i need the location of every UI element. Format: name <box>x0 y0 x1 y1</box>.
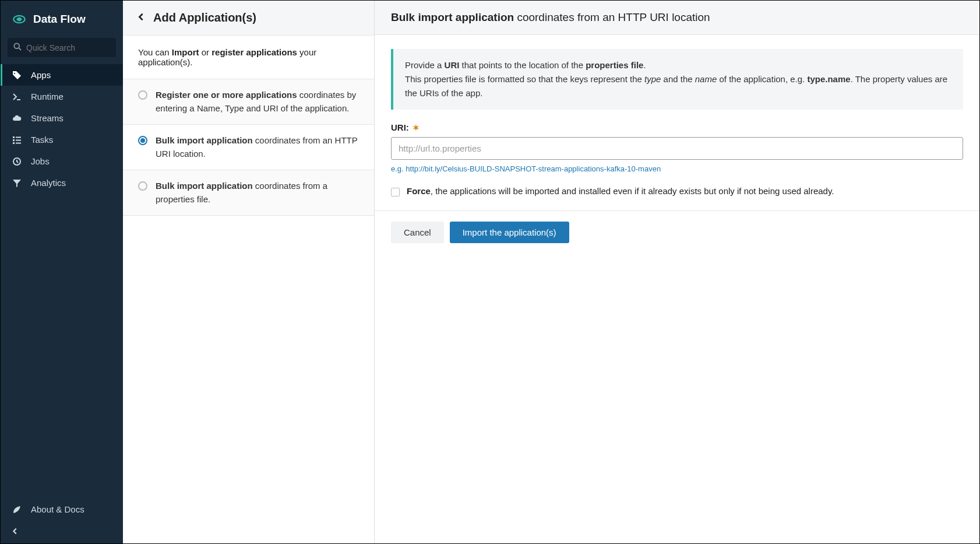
back-button[interactable] <box>137 12 145 24</box>
t: properties file <box>586 60 643 70</box>
option-register-apps[interactable]: Register one or more applications coordi… <box>123 79 374 125</box>
option-bold: Bulk import application <box>156 135 253 145</box>
sidebar: Data Flow Apps Runtime Streams Tasks Job… <box>1 1 123 543</box>
info-box: Provide a URI that points to the locatio… <box>391 49 963 110</box>
radio-list: Register one or more applications coordi… <box>123 79 374 216</box>
nav-item-runtime[interactable]: Runtime <box>1 86 123 107</box>
footer-label: About & Docs <box>31 504 84 514</box>
option-text: Bulk import application coordinates from… <box>156 180 359 206</box>
required-star-icon: ✶ <box>413 123 420 132</box>
force-checkbox[interactable] <box>391 188 400 196</box>
prompt-icon <box>11 92 23 101</box>
t: name <box>695 74 717 84</box>
nav-item-streams[interactable]: Streams <box>1 107 123 129</box>
left-header: Add Application(s) <box>123 1 374 36</box>
nav-item-apps[interactable]: Apps <box>1 64 123 86</box>
svg-line-2 <box>19 48 21 50</box>
right-header-bold: Bulk import application <box>391 11 514 23</box>
nav-item-jobs[interactable]: Jobs <box>1 150 123 172</box>
svg-point-1 <box>14 43 19 48</box>
t: that points to the location of the <box>459 60 586 70</box>
hint-prefix: e.g. <box>391 164 406 173</box>
uri-label: URI: ✶ <box>391 122 963 132</box>
list-icon <box>11 135 23 145</box>
option-text: Register one or more applications coordi… <box>156 89 359 115</box>
force-row: Force, the applications will be imported… <box>391 186 963 196</box>
nav-label: Apps <box>31 70 51 80</box>
left-title: Add Application(s) <box>153 11 256 24</box>
intro-part: or <box>199 47 212 57</box>
svg-rect-6 <box>13 139 15 141</box>
uri-label-text: URI: <box>391 122 409 132</box>
right-content: Provide a URI that points to the locatio… <box>375 35 979 210</box>
t: This properties file is formatted so tha… <box>405 74 644 84</box>
intro-part: You can <box>138 47 172 57</box>
uri-input[interactable] <box>391 137 963 160</box>
app-title: Data Flow <box>33 13 86 26</box>
t: URI <box>445 60 460 70</box>
option-text: Bulk import application coordinates from… <box>156 134 359 160</box>
radio-icon <box>138 181 147 191</box>
t: and the <box>661 74 695 84</box>
force-text: Force, the applications will be imported… <box>407 186 834 196</box>
filter-icon <box>11 178 23 188</box>
nav-item-analytics[interactable]: Analytics <box>1 172 123 194</box>
option-bold: Bulk import application <box>156 181 253 191</box>
info-line-1: Provide a URI that points to the locatio… <box>405 58 951 72</box>
hint-link[interactable]: http://bit.ly/Celsius-BUILD-SNAPSHOT-str… <box>406 164 661 173</box>
search-input[interactable] <box>26 43 110 52</box>
uri-hint: e.g. http://bit.ly/Celsius-BUILD-SNAPSHO… <box>391 164 963 173</box>
t: type.name <box>807 74 850 84</box>
svg-rect-8 <box>13 142 15 144</box>
option-bold: Register one or more applications <box>156 90 297 100</box>
radio-icon <box>138 90 147 100</box>
leaf-icon <box>11 505 23 514</box>
sidebar-header: Data Flow <box>1 1 123 34</box>
search-icon <box>13 43 22 52</box>
force-bold: Force <box>407 186 431 196</box>
right-header-rest: coordinates from an HTTP URI location <box>514 11 710 23</box>
svg-rect-9 <box>16 142 21 143</box>
nav-item-tasks[interactable]: Tasks <box>1 129 123 150</box>
svg-rect-4 <box>13 136 15 138</box>
info-line-2: This properties file is formatted so tha… <box>405 72 951 100</box>
force-rest: , the applications will be imported and … <box>431 186 834 196</box>
search-box[interactable] <box>8 38 116 57</box>
option-bulk-import-uri[interactable]: Bulk import application coordinates from… <box>123 125 374 170</box>
nav-label: Streams <box>31 113 64 123</box>
intro-text: You can Import or register applications … <box>123 36 374 79</box>
chevron-left-icon <box>11 527 19 537</box>
footer-about-docs[interactable]: About & Docs <box>1 497 123 521</box>
right-panel: Bulk import application coordinates from… <box>375 1 979 543</box>
t: . <box>643 60 646 70</box>
logo-icon <box>11 11 27 27</box>
intro-bold: Import <box>172 47 199 57</box>
nav-label: Tasks <box>31 135 53 145</box>
t: type <box>644 74 661 84</box>
svg-rect-7 <box>16 139 21 141</box>
nav-label: Analytics <box>31 178 66 188</box>
actions-bar: Cancel Import the application(s) <box>375 210 979 254</box>
nav-list: Apps Runtime Streams Tasks Jobs Analytic… <box>1 64 123 497</box>
svg-rect-5 <box>16 136 21 138</box>
t: Provide a <box>405 60 445 70</box>
sidebar-footer: About & Docs <box>1 497 123 543</box>
cancel-button[interactable]: Cancel <box>391 222 444 243</box>
left-panel: Add Application(s) You can Import or reg… <box>123 1 375 543</box>
collapse-sidebar-button[interactable] <box>1 521 123 543</box>
t: of the application, e.g. <box>717 74 807 84</box>
nav-label: Runtime <box>31 92 64 101</box>
option-bulk-import-file[interactable]: Bulk import application coordinates from… <box>123 170 374 216</box>
nav-label: Jobs <box>31 156 50 166</box>
clock-icon <box>11 157 23 166</box>
cloud-icon <box>11 114 23 123</box>
import-button[interactable]: Import the application(s) <box>450 222 569 243</box>
right-header: Bulk import application coordinates from… <box>375 1 979 35</box>
radio-icon <box>138 136 147 145</box>
tags-icon <box>11 71 23 80</box>
intro-bold: register applications <box>211 47 297 57</box>
